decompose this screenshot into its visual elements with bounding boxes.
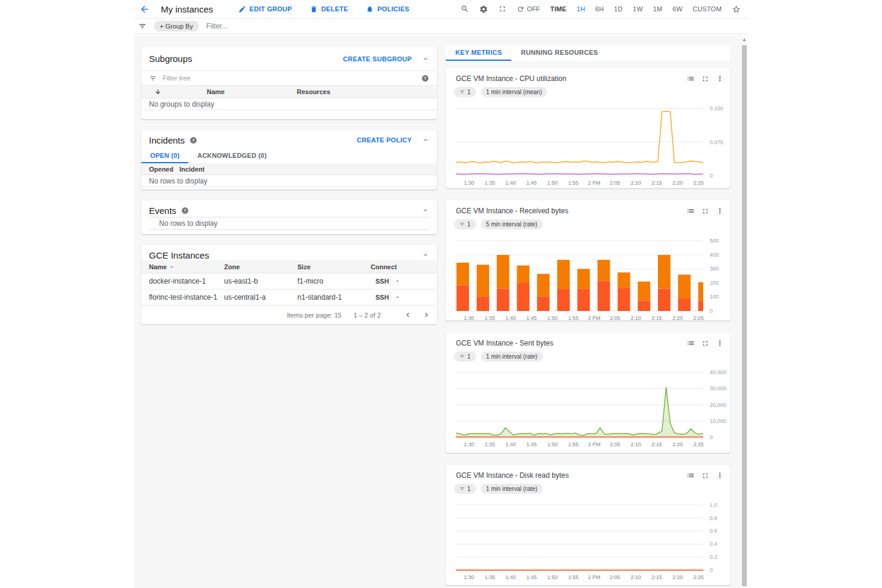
sort-descending-icon[interactable] (154, 88, 162, 95)
scrollbar-thumb[interactable] (742, 45, 747, 586)
filter-tree-input[interactable]: Filter tree (163, 74, 411, 82)
back-button[interactable] (139, 4, 150, 14)
auto-refresh-toggle[interactable]: OFF (517, 5, 540, 13)
time-range-6w[interactable]: 6W (672, 5, 682, 13)
svg-text:1:35: 1:35 (485, 315, 495, 321)
disk-read-bytes-card: GCE VM Instance - Disk read bytes 1 1 mi… (446, 465, 730, 585)
tab-running-resources[interactable]: RUNNING RESOURCES (511, 45, 607, 61)
star-icon[interactable] (732, 5, 741, 14)
create-policy-button[interactable]: CREATE POLICY (357, 136, 412, 144)
time-range-1w[interactable]: 1W (633, 5, 643, 13)
sent-bytes-card: GCE VM Instance - Sent bytes 1 1 min int… (446, 332, 730, 453)
items-per-page-value[interactable]: 15 (334, 312, 341, 319)
ssh-dropdown-icon[interactable] (395, 278, 400, 284)
filter-count-chip[interactable]: 1 (454, 484, 476, 494)
filter-count-chip[interactable]: 1 (454, 351, 476, 362)
svg-text:?: ? (424, 76, 426, 80)
expand-chart-icon[interactable] (701, 340, 709, 347)
disk-read-bytes-chart[interactable]: 00.20.40.60.81.01:301:351:401:451:501:55… (456, 496, 730, 585)
received-bytes-chart[interactable]: 01002003004005001:301:351:401:451:501:55… (456, 232, 730, 321)
gce-column-name[interactable]: Name (149, 263, 175, 270)
subgroups-empty-message: No groups to display (149, 100, 214, 108)
svg-text:0.2: 0.2 (710, 554, 718, 560)
instance-name: florinc-test-instance-1 (149, 293, 218, 301)
edit-group-button[interactable]: EDIT GROUP (238, 5, 292, 13)
cpu-utilization-chart[interactable]: 00.0750.1501:301:351:401:451:501:552 PM2… (456, 99, 730, 188)
gear-icon[interactable] (479, 5, 488, 14)
chart-header: GCE VM Instance - Received bytes (446, 200, 730, 215)
svg-text:2:05: 2:05 (610, 315, 620, 321)
divider (390, 292, 390, 303)
content-area: Subgroups CREATE SUBGROUP Filter tree ? … (134, 35, 748, 588)
create-subgroup-button[interactable]: CREATE SUBGROUP (343, 55, 412, 63)
time-range-1h[interactable]: 1H (576, 5, 585, 13)
collapse-gce-icon[interactable] (422, 251, 429, 259)
collapse-events-icon[interactable] (422, 207, 429, 214)
tab-open-incidents[interactable]: OPEN (0) (141, 150, 188, 163)
more-options-icon[interactable] (716, 74, 724, 83)
svg-text:?: ? (184, 208, 186, 212)
legend-icon[interactable] (687, 339, 695, 347)
events-empty-row: No rows to display (149, 217, 429, 230)
svg-text:1:50: 1:50 (547, 180, 558, 186)
more-options-icon[interactable] (716, 207, 724, 215)
more-options-icon[interactable] (716, 471, 724, 480)
more-options-icon[interactable] (716, 339, 724, 347)
events-help-icon[interactable]: ? (181, 207, 189, 214)
bell-icon (366, 5, 374, 13)
svg-text:20,000: 20,000 (710, 402, 726, 408)
next-page-icon[interactable] (422, 310, 431, 319)
svg-text:1:50: 1:50 (547, 315, 558, 321)
time-range-custom[interactable]: CUSTOM (692, 5, 722, 13)
time-range-6h[interactable]: 6H (595, 5, 604, 13)
subgroups-column-resources[interactable]: Resources (297, 88, 330, 95)
expand-chart-icon[interactable] (701, 207, 709, 215)
scrollbar[interactable] (742, 35, 747, 588)
svg-text:1:40: 1:40 (505, 315, 516, 321)
previous-page-icon[interactable] (403, 310, 412, 319)
legend-icon[interactable] (687, 74, 695, 83)
ssh-button[interactable]: SSH (375, 278, 389, 285)
tab-key-metrics[interactable]: KEY METRICS (446, 45, 511, 61)
delete-button[interactable]: DELETE (310, 5, 348, 13)
scroll-up-icon[interactable] (743, 38, 746, 41)
filter-count-chip[interactable]: 1 (454, 87, 476, 97)
chart-header: GCE VM Instance - CPU utilization (446, 68, 730, 83)
tab-acknowledged-incidents[interactable]: ACKNOWLEDGED (0) (188, 150, 275, 163)
svg-text:1:50: 1:50 (547, 441, 558, 447)
search-icon[interactable] (461, 5, 469, 13)
time-range-1d[interactable]: 1D (614, 5, 622, 13)
subgroups-help-icon[interactable]: ? (421, 74, 429, 82)
incidents-help-icon[interactable]: ? (190, 136, 197, 144)
incidents-column-opened[interactable]: Opened (149, 166, 173, 173)
filter-input[interactable]: Filter... (206, 22, 228, 30)
group-by-chip[interactable]: + Group By (154, 21, 199, 32)
svg-text:2:15: 2:15 (651, 574, 662, 580)
filter-icon[interactable] (138, 22, 147, 30)
gce-column-connect[interactable]: Connect (371, 263, 397, 270)
ssh-dropdown-icon[interactable] (395, 294, 400, 300)
time-range-1m[interactable]: 1M (653, 5, 663, 13)
collapse-subgroups-icon[interactable] (422, 55, 429, 63)
incidents-column-incident[interactable]: Incident (179, 166, 204, 173)
gce-column-zone[interactable]: Zone (224, 263, 240, 270)
interval-chip: 1 min interval (mean) (481, 87, 548, 97)
svg-text:2:20: 2:20 (672, 315, 683, 321)
policies-button[interactable]: POLICIES (366, 5, 409, 13)
fullscreen-icon[interactable] (498, 5, 507, 13)
legend-icon[interactable] (687, 471, 695, 480)
subgroups-column-name[interactable]: Name (207, 88, 225, 95)
svg-text:1:40: 1:40 (505, 574, 516, 580)
filter-icon (459, 222, 465, 227)
subgroups-header: Subgroups CREATE SUBGROUP (141, 47, 437, 70)
ssh-button[interactable]: SSH (375, 294, 389, 301)
expand-chart-icon[interactable] (701, 472, 709, 480)
expand-chart-icon[interactable] (701, 75, 709, 83)
collapse-incidents-icon[interactable] (422, 136, 429, 144)
filter-icon (459, 354, 465, 359)
gce-column-size[interactable]: Size (297, 263, 310, 270)
svg-text:2:15: 2:15 (651, 315, 662, 321)
filter-count-chip[interactable]: 1 (454, 219, 476, 229)
sent-bytes-chart[interactable]: 010,00020,00030,00040,0001:301:351:401:4… (456, 364, 730, 453)
legend-icon[interactable] (687, 207, 695, 215)
